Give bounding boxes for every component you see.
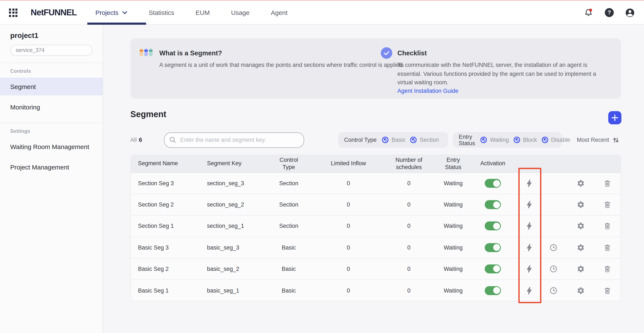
toggle-knob — [493, 266, 500, 272]
checkbox-label: Disable — [551, 137, 570, 143]
control-type-cell: Section — [258, 180, 319, 186]
delete-trash-icon[interactable] — [604, 222, 611, 230]
delete-trash-icon[interactable] — [604, 286, 611, 294]
sidebar-divider — [0, 62, 103, 63]
limited-inflow-cell: 0 — [319, 266, 378, 272]
lightning-icon[interactable] — [526, 222, 532, 230]
segment-key-cell: basic_seg_2 — [200, 266, 258, 272]
limited-inflow-cell: 0 — [319, 287, 378, 294]
nav-item-statistics[interactable]: Statistics — [149, 9, 174, 16]
help-icon[interactable]: ? — [605, 8, 614, 17]
segment-name-cell: Basic Seg 1 — [131, 287, 200, 294]
activation-toggle[interactable] — [485, 222, 501, 230]
active-tab-underline — [87, 22, 146, 25]
agent-installation-guide-link[interactable]: Agent Installation Guide — [398, 88, 458, 94]
lightning-icon[interactable] — [526, 243, 532, 252]
segment-info-body: A segment is a unit of work that manages… — [159, 61, 404, 70]
table-row: Section Seg 3 section_seg_3 Section 0 0 … — [131, 173, 620, 194]
activation-toggle[interactable] — [485, 200, 501, 209]
segment-key-cell: section_seg_1 — [200, 223, 258, 229]
nav-item-agent[interactable]: Agent — [271, 9, 288, 16]
checkbox-checked-icon — [382, 137, 389, 143]
checkbox-checked-icon — [542, 137, 548, 143]
search-input[interactable] — [179, 136, 298, 144]
column-header-entry-status: Entry Status — [440, 157, 466, 171]
sidebar-item-project-management[interactable]: Project Management — [0, 158, 103, 176]
number-of-schedules-cell: 0 — [378, 266, 440, 272]
settings-gear-icon[interactable] — [576, 179, 584, 187]
checkbox-waiting[interactable]: Waiting — [481, 137, 509, 143]
checkbox-block[interactable]: Block — [514, 137, 537, 143]
control-type-label: Control Type — [344, 137, 377, 143]
lightning-icon[interactable] — [526, 286, 532, 294]
result-count: All 6 — [130, 137, 142, 143]
apps-grid-icon[interactable] — [9, 8, 18, 17]
checkbox-section[interactable]: Section — [410, 137, 439, 143]
segment-name-cell: Basic Seg 2 — [131, 266, 200, 272]
service-key-label: service_374 — [16, 47, 44, 53]
table-row: Basic Seg 3 basic_seg_3 Basic 0 0 Waitin… — [131, 237, 620, 258]
nav-item-eum[interactable]: EUM — [196, 9, 210, 16]
schedule-clock-icon[interactable] — [549, 243, 557, 252]
limited-inflow-cell: 0 — [319, 202, 378, 208]
number-of-schedules-cell: 0 — [378, 202, 440, 208]
delete-trash-icon[interactable] — [604, 179, 611, 187]
settings-gear-icon[interactable] — [576, 222, 584, 230]
table-row: Section Seg 1 section_seg_1 Section 0 0 … — [131, 216, 620, 237]
add-segment-button[interactable] — [608, 111, 622, 124]
nav-item-projects[interactable]: Projects — [96, 9, 127, 16]
toggle-knob — [493, 244, 500, 251]
lightning-icon[interactable] — [526, 179, 532, 187]
segment-key-cell: section_seg_2 — [200, 202, 258, 208]
entry-status-cell: Waiting — [440, 180, 466, 186]
checkbox-label: Waiting — [490, 137, 509, 143]
delete-trash-icon[interactable] — [604, 265, 611, 273]
sidebar-section-controls: Controls — [10, 68, 103, 74]
table-header: Segment Name Segment Key Control Type Li… — [131, 155, 620, 173]
app-window: NetFUNNEL Projects Statistics EUM Usage … — [0, 0, 644, 333]
activation-toggle[interactable] — [485, 286, 501, 295]
lightning-icon[interactable] — [526, 201, 532, 209]
sort-arrows-icon — [612, 136, 619, 143]
schedule-clock-icon[interactable] — [549, 265, 557, 273]
entry-status-cell: Waiting — [440, 223, 466, 229]
activation-toggle[interactable] — [485, 243, 501, 252]
number-of-schedules-cell: 0 — [378, 223, 440, 229]
nav-item-label: Projects — [96, 9, 118, 16]
schedule-clock-icon[interactable] — [549, 286, 557, 294]
activation-toggle[interactable] — [485, 179, 501, 188]
service-key-pill[interactable]: service_374 — [10, 45, 92, 56]
number-of-schedules-cell: 0 — [378, 287, 440, 294]
notifications-bell-icon[interactable] — [584, 8, 593, 17]
settings-gear-icon[interactable] — [576, 265, 584, 273]
entry-status-cell: Waiting — [440, 202, 466, 208]
checkbox-basic[interactable]: Basic — [382, 137, 406, 143]
settings-gear-icon[interactable] — [576, 201, 584, 209]
account-avatar-icon[interactable] — [625, 8, 635, 17]
number-of-schedules-cell: 0 — [378, 180, 440, 186]
entry-status-cell: Waiting — [440, 266, 466, 272]
settings-gear-icon[interactable] — [576, 243, 584, 252]
number-of-schedules-cell: 0 — [378, 244, 440, 250]
delete-trash-icon[interactable] — [604, 243, 611, 252]
lightning-icon[interactable] — [526, 265, 532, 273]
activation-toggle[interactable] — [485, 264, 501, 274]
delete-trash-icon[interactable] — [604, 201, 611, 209]
segment-name-cell: Basic Seg 3 — [131, 244, 200, 250]
sort-label: Most Recent — [577, 137, 609, 143]
limited-inflow-cell: 0 — [319, 180, 378, 186]
nav-item-label: Statistics — [149, 9, 174, 16]
sidebar-item-waiting-room-management[interactable]: Waiting Room Management — [0, 138, 103, 156]
checkbox-disable[interactable]: Disable — [542, 137, 570, 143]
nav-item-label: Agent — [271, 9, 288, 16]
control-type-cell: Section — [258, 223, 319, 229]
sidebar-item-monitoring[interactable]: Monitoring — [0, 98, 103, 116]
column-header-limited-inflow: Limited Inflow — [319, 160, 378, 167]
settings-gear-icon[interactable] — [576, 286, 584, 294]
limited-inflow-cell: 0 — [319, 223, 378, 229]
sidebar-section-settings: Settings — [10, 128, 103, 134]
toggle-knob — [493, 180, 500, 187]
nav-item-usage[interactable]: Usage — [231, 9, 250, 16]
sort-control[interactable]: Most Recent — [577, 136, 619, 143]
sidebar-item-segment[interactable]: Segment — [0, 78, 103, 96]
